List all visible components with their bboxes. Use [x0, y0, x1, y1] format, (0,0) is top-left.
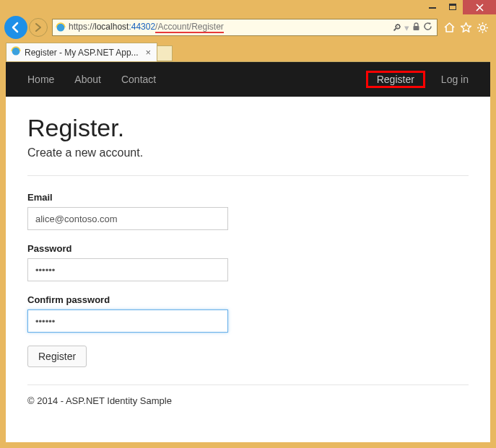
nav-login[interactable]: Log in — [441, 74, 469, 85]
tab-title: Register - My ASP.NET App... — [25, 48, 144, 58]
favorites-icon[interactable] — [460, 22, 472, 33]
register-button[interactable]: Register — [27, 346, 87, 367]
home-icon[interactable] — [443, 22, 456, 33]
password-field[interactable] — [27, 258, 228, 281]
refresh-icon[interactable] — [423, 22, 432, 33]
address-bar[interactable]: https://localhost:44302/Account/Register… — [52, 19, 438, 36]
email-field[interactable] — [27, 207, 228, 230]
svg-rect-4 — [414, 26, 419, 30]
nav-about[interactable]: About — [74, 74, 101, 85]
arrow-left-icon — [9, 21, 22, 34]
nav-forward-button[interactable] — [29, 18, 48, 37]
window-close-button[interactable] — [463, 0, 496, 14]
password-label: Password — [27, 243, 469, 254]
page-title: Register. — [27, 114, 469, 142]
maximize-icon — [449, 4, 456, 11]
divider — [27, 175, 469, 176]
site-navbar: Home About Contact Register Log in — [6, 62, 490, 97]
confirm-password-label: Confirm password — [27, 294, 469, 305]
window-minimize-button[interactable] — [422, 0, 443, 14]
confirm-password-field[interactable] — [27, 309, 228, 333]
ie-favicon-icon — [11, 46, 21, 58]
nav-home[interactable]: Home — [27, 74, 54, 85]
svg-rect-2 — [450, 4, 456, 6]
page-subtitle: Create a new account. — [27, 146, 469, 159]
email-label: Email — [27, 192, 469, 203]
window-titlebar — [0, 0, 496, 14]
browser-tabs: Register - My ASP.NET App... × — [0, 40, 496, 61]
svg-rect-0 — [429, 7, 436, 9]
browser-tab[interactable]: Register - My ASP.NET App... × — [6, 43, 157, 61]
window-maximize-button[interactable] — [443, 0, 463, 14]
minimize-icon — [429, 4, 436, 11]
page-viewport: Home About Contact Register Log in Regis… — [6, 61, 490, 442]
tab-close-button[interactable]: × — [144, 47, 152, 58]
svg-line-13 — [485, 24, 487, 25]
nav-back-button[interactable] — [4, 16, 27, 39]
svg-point-5 — [481, 25, 485, 30]
footer-divider — [27, 385, 469, 385]
nav-register[interactable]: Register — [368, 70, 423, 89]
close-icon — [476, 4, 484, 12]
annotation-highlight: Register — [366, 71, 425, 88]
arrow-right-icon — [33, 22, 43, 32]
settings-icon[interactable] — [477, 22, 489, 34]
svg-line-10 — [479, 24, 480, 25]
lock-icon[interactable] — [412, 22, 420, 33]
search-icon[interactable]: 🔍︎ — [392, 22, 401, 33]
footer-text: © 2014 - ASP.NET Identity Sample — [27, 395, 469, 406]
svg-line-11 — [485, 30, 487, 32]
ie-logo-icon — [56, 22, 66, 32]
address-url: https://localhost:44302/Account/Register — [66, 22, 391, 33]
nav-contact[interactable]: Contact — [121, 74, 156, 85]
page-content: Register. Create a new account. Email Pa… — [6, 97, 490, 419]
svg-line-12 — [479, 30, 480, 32]
new-tab-button[interactable] — [157, 45, 173, 61]
browser-nav-row: https://localhost:44302/Account/Register… — [0, 14, 496, 40]
